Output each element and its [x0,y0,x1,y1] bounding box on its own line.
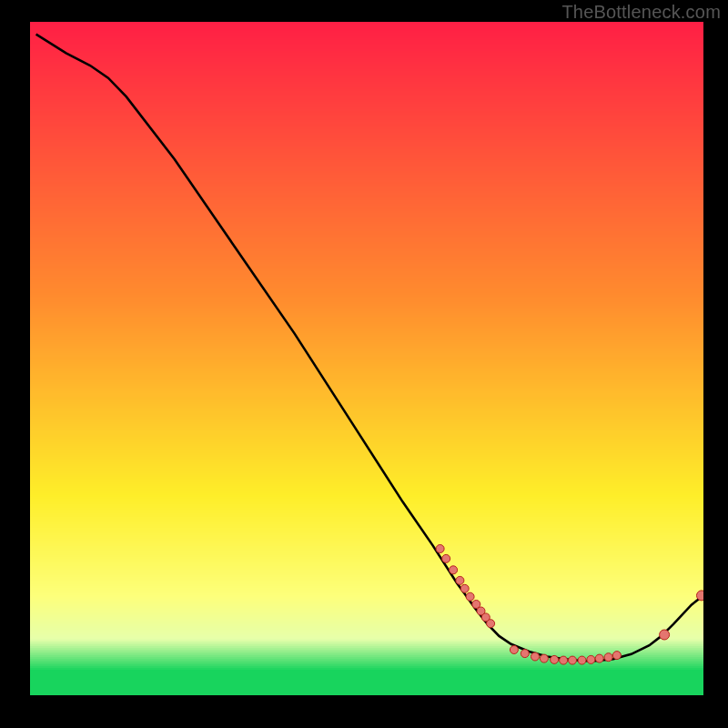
bottleneck-chart [0,0,728,728]
frame-bottom [0,695,728,728]
curve-dot [460,584,469,592]
curve-dot [510,646,518,654]
curve-dot [595,654,603,662]
curve-dot [456,576,464,584]
curve-dot [436,545,444,553]
attribution-text: TheBottleneck.com [561,2,721,23]
frame-left [0,0,30,728]
curve-dot [540,654,548,662]
curve-dot [578,656,586,664]
gradient-background [30,22,703,696]
curve-dot [442,554,450,562]
curve-dot [450,566,458,574]
curve-dot [487,620,495,628]
curve-dot [587,655,595,663]
curve-dot [660,630,670,640]
chart-stage: TheBottleneck.com [0,0,728,728]
curve-dot [604,653,612,662]
curve-dot [521,650,529,658]
curve-dot [612,652,621,660]
curve-dot [569,656,577,664]
curve-dot [531,652,540,661]
frame-right [703,0,728,728]
curve-dot [466,592,474,601]
curve-dot [560,656,568,664]
curve-dot [551,655,559,663]
